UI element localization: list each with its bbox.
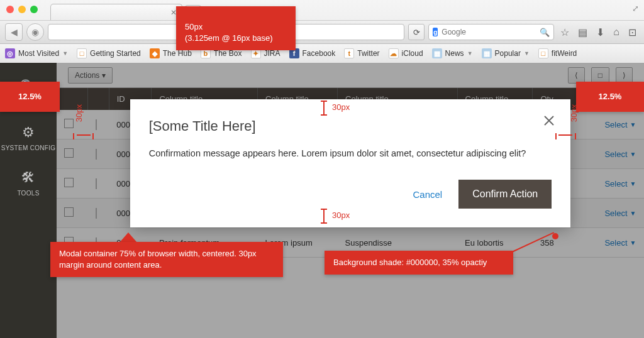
- annotation-left-margin: 12.5%: [0, 82, 60, 112]
- annotation-modal-desc: Modal container 75% of browser width, ce…: [50, 242, 283, 277]
- content-area: Actions ▾ ⟨ □ ⟩ IDColumn titleColumn tit…: [57, 63, 644, 338]
- browser-tab[interactable]: ✕: [50, 4, 182, 20]
- bookmark-label: Popular: [495, 49, 521, 58]
- bookmark-item[interactable]: ☁iCloud: [389, 48, 423, 58]
- bookmark-item[interactable]: □Getting Started: [77, 48, 141, 58]
- close-window-icon[interactable]: [6, 6, 14, 13]
- chevron-down-icon: ▼: [467, 50, 473, 57]
- bookmark-icon: □: [538, 48, 548, 58]
- search-box[interactable]: g 🔍: [428, 24, 554, 40]
- bookmark-label: Facebook: [303, 49, 336, 58]
- bookmark-icon: ◎: [5, 48, 15, 58]
- bookmark-item[interactable]: ▦News▼: [432, 48, 473, 58]
- measure-pad-right: 30px: [555, 132, 576, 141]
- search-input[interactable]: [441, 28, 536, 36]
- bookmark-label: Twitter: [357, 49, 379, 58]
- measure-pad-bottom: 30px: [321, 209, 327, 224]
- chevron-down-icon: ▼: [524, 50, 530, 57]
- bookmark-icon: ☁: [389, 48, 399, 58]
- window-controls: [6, 6, 38, 13]
- bookmarks-bar: ◎Most Visited▼□Getting Started◆The HubbT…: [0, 44, 644, 63]
- bookmark-icon: t: [344, 48, 354, 58]
- measure-pad-top: 30px: [321, 101, 327, 116]
- close-icon: [543, 114, 555, 127]
- annotation-pointer: [119, 232, 137, 243]
- star-icon[interactable]: ☆: [558, 26, 572, 38]
- annotation-right-margin: 12.5%: [576, 82, 644, 112]
- annotation-dot: [552, 233, 558, 239]
- bookmark-label: News: [445, 49, 464, 58]
- bookmark-item[interactable]: ◎Most Visited▼: [5, 48, 68, 58]
- app-area: 🔍SEARCH⚙SYSTEM CONFIG🛠TOOLS Actions ▾ ⟨ …: [0, 63, 644, 338]
- home-icon[interactable]: ⌂: [611, 26, 622, 38]
- back-button[interactable]: ◀: [5, 23, 23, 41]
- download-icon[interactable]: ⬇: [594, 26, 607, 38]
- bookmark-item[interactable]: fFacebook: [289, 48, 336, 58]
- bookmark-icon: ◆: [150, 48, 160, 58]
- bookmark-item[interactable]: tTwitter: [344, 48, 379, 58]
- sidebar-item[interactable]: ⚙SYSTEM CONFIG: [0, 116, 57, 161]
- modal-message: Confirmation message appears here. Lorem…: [149, 148, 552, 158]
- sidebar-icon: ⚙: [22, 124, 35, 141]
- sidebar-item[interactable]: 🛠TOOLS: [0, 161, 57, 206]
- bookmark-icon: ▦: [432, 48, 442, 58]
- url-toolbar: ◀ ◉ ⟳ g 🔍 ☆ ▤ ⬇ ⌂ ⊡: [0, 20, 644, 44]
- search-icon[interactable]: 🔍: [540, 28, 550, 37]
- fullscreen-icon[interactable]: ⤢: [632, 4, 639, 13]
- sidebar-label: SYSTEM CONFIG: [1, 144, 56, 152]
- bookmark-label: Most Visited: [18, 49, 59, 58]
- google-icon: g: [433, 28, 438, 36]
- bookmark-item[interactable]: □fitWeird: [538, 48, 577, 58]
- bookmark-icon: □: [77, 48, 87, 58]
- bookmark-label: iCloud: [402, 49, 423, 58]
- modal-dialog: [Some Title Here] Confirmation message a…: [130, 99, 571, 227]
- list-icon[interactable]: ▤: [575, 26, 590, 38]
- bookmark-label: fitWeird: [552, 49, 577, 58]
- measure-pad-left: 30px: [73, 132, 94, 141]
- globe-icon: ◉: [26, 23, 44, 41]
- reload-button[interactable]: ⟳: [408, 24, 425, 40]
- bookmark-label: Getting Started: [90, 49, 141, 58]
- confirm-button[interactable]: Confirm Action: [458, 180, 552, 209]
- browser-chrome: ✕ + ⤢ ◀ ◉ ⟳ g 🔍 ☆ ▤ ⬇ ⌂ ⊡ ◎Most Visited▼…: [0, 0, 644, 63]
- bookmark-icon: ▦: [482, 48, 492, 58]
- bookmark-item[interactable]: ▦Popular▼: [482, 48, 530, 58]
- cancel-link[interactable]: Cancel: [413, 189, 443, 200]
- annotation-top-offset: 50px(3.125em @ 16px base): [176, 6, 296, 50]
- maximize-window-icon[interactable]: [30, 6, 38, 13]
- sidebar-icon: 🛠: [21, 170, 35, 186]
- sidebar-label: TOOLS: [17, 190, 39, 197]
- modal-title: [Some Title Here]: [149, 118, 552, 134]
- chevron-down-icon: ▼: [62, 50, 68, 57]
- modal-actions: Cancel Confirm Action: [149, 180, 552, 209]
- modal-close-button[interactable]: [543, 114, 555, 129]
- minimize-window-icon[interactable]: [18, 6, 26, 13]
- feed-icon[interactable]: ⊡: [626, 26, 639, 38]
- annotation-shade-desc: Background shade: #000000, 35% opactiy: [325, 251, 513, 275]
